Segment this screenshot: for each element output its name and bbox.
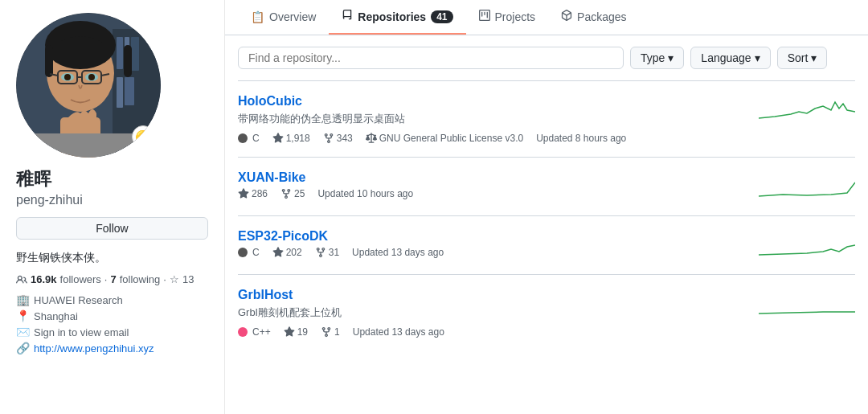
people-icon	[16, 274, 27, 285]
table-row: HoloCubic 带网络功能的伪全息透明显示桌面站 C 1,918	[238, 80, 855, 157]
fork-icon	[315, 247, 326, 258]
repo-meta: C 1,918 343 GNU General Public Lice	[238, 133, 749, 144]
sparkline-chart	[759, 170, 855, 203]
package-icon	[561, 10, 572, 23]
main-content: 📋 Overview Repositories 41 Projects	[225, 0, 868, 414]
star-icon	[284, 326, 295, 338]
updated-stat: Updated 8 hours ago	[536, 133, 626, 144]
repo-description: 带网络功能的伪全息透明显示桌面站	[238, 112, 749, 126]
fork-icon	[323, 133, 334, 144]
location-icon: 📍	[16, 309, 29, 322]
repo-info: HoloCubic 带网络功能的伪全息透明显示桌面站 C 1,918	[238, 94, 749, 144]
repo-name-link[interactable]: GrblHost	[238, 288, 293, 302]
stars-stat: 19	[284, 326, 308, 338]
org-item: 🏢 HUAWEI Research	[16, 293, 208, 306]
sparkline-chart	[759, 94, 855, 126]
stars-stat: 1,918	[272, 133, 310, 144]
star-icon	[238, 188, 249, 199]
website-link[interactable]: http://www.pengzhihui.xyz	[34, 342, 154, 355]
svg-rect-4	[131, 37, 139, 71]
star-icon	[272, 247, 284, 258]
project-icon	[479, 10, 490, 23]
forks-stat: 25	[280, 188, 305, 199]
language-filter-button[interactable]: Language ▾	[690, 47, 770, 69]
svg-rect-9	[45, 45, 53, 77]
repo-meta: 286 25 Updated 10 hours ago	[238, 188, 749, 199]
repo-description: Grbl雕刻机配套上位机	[238, 305, 749, 320]
email-icon: ✉️	[16, 326, 29, 338]
svg-point-18	[64, 74, 71, 80]
svg-rect-6	[125, 77, 134, 105]
language-dot	[238, 133, 248, 143]
updated-stat: Updated 10 hours ago	[317, 188, 413, 199]
tab-bar: 📋 Overview Repositories 41 Projects	[225, 0, 868, 35]
stars-stat: 202	[272, 247, 302, 258]
follow-button[interactable]: Follow	[16, 217, 208, 240]
svg-rect-21	[32, 133, 145, 158]
forks-stat: 1	[321, 326, 340, 338]
fork-icon	[280, 188, 292, 199]
svg-rect-5	[117, 77, 123, 108]
license-stat: GNU General Public License v3.0	[366, 133, 523, 144]
book-icon: 📋	[251, 10, 264, 23]
repo-info: GrblHost Grbl雕刻机配套上位机 C++ 19	[238, 288, 749, 338]
svg-rect-2	[117, 37, 123, 69]
language-dot	[238, 248, 248, 257]
forks-stat: 343	[323, 133, 353, 144]
chevron-down-icon: ▾	[755, 51, 760, 64]
svg-rect-10	[124, 45, 132, 77]
updated-stat: Updated 13 days ago	[353, 326, 444, 338]
repo-meta: C 202 31 Updated 13 days ago	[238, 247, 749, 258]
tab-repositories[interactable]: Repositories 41	[329, 0, 465, 35]
sparkline-chart	[759, 229, 855, 261]
avatar: 🟡	[16, 13, 161, 158]
language-stat: C++	[238, 326, 271, 338]
username: peng-zhihui	[16, 193, 208, 207]
law-icon	[366, 133, 377, 144]
tab-overview[interactable]: 📋 Overview	[238, 0, 329, 35]
follower-stats: 16.9k followers · 7 following · ☆ 13	[16, 273, 208, 285]
svg-point-19	[88, 74, 95, 80]
tab-projects[interactable]: Projects	[466, 0, 549, 35]
language-dot	[238, 327, 248, 337]
repo-name-link[interactable]: HoloCubic	[238, 94, 302, 109]
table-row: GrblHost Grbl雕刻机配套上位机 C++ 19	[238, 274, 855, 350]
location-item: 📍 Shanghai	[16, 309, 208, 322]
sidebar: 🟡 稚晖 peng-zhihui Follow 野生钢铁侠本侠。 16.9k f…	[0, 0, 225, 414]
following-link[interactable]: 7	[110, 273, 116, 285]
email-item: ✉️ Sign in to view email	[16, 326, 208, 338]
chevron-down-icon: ▾	[811, 51, 817, 64]
building-icon: 🏢	[16, 293, 29, 306]
updated-stat: Updated 13 days ago	[352, 247, 444, 258]
repo-list: HoloCubic 带网络功能的伪全息透明显示桌面站 C 1,918	[225, 80, 868, 350]
website-item[interactable]: 🔗 http://www.pengzhihui.xyz	[16, 342, 208, 355]
display-name: 稚晖	[16, 167, 208, 191]
repo-controls: Type ▾ Language ▾ Sort ▾	[225, 35, 868, 80]
type-filter-button[interactable]: Type ▾	[630, 47, 684, 69]
sort-button[interactable]: Sort ▾	[777, 47, 828, 69]
language-stat: C	[238, 247, 260, 258]
fork-icon	[321, 326, 332, 338]
repo-icon	[342, 10, 353, 23]
followers-link[interactable]: 16.9k	[31, 273, 57, 285]
repo-count-badge: 41	[431, 10, 452, 23]
repo-info: XUAN-Bike 286 25 Updated 10 hours ago	[238, 170, 749, 199]
tab-packages[interactable]: Packages	[548, 0, 639, 35]
forks-stat: 31	[315, 247, 339, 258]
avatar-badge: 🟡	[132, 125, 154, 148]
chevron-down-icon: ▾	[668, 51, 674, 64]
table-row: ESP32-PicoDK C 202 31	[238, 215, 855, 274]
sparkline-chart	[759, 288, 855, 320]
link-icon: 🔗	[16, 342, 29, 355]
language-stat: C	[238, 133, 260, 144]
repo-info: ESP32-PicoDK C 202 31	[238, 229, 749, 258]
bio: 野生钢铁侠本侠。	[16, 251, 208, 265]
stars-stat: 286	[238, 188, 268, 199]
star-icon	[272, 133, 284, 144]
repo-meta: C++ 19 1 Updated 13 days ago	[238, 326, 749, 338]
repo-name-link[interactable]: XUAN-Bike	[238, 170, 305, 185]
search-input[interactable]	[238, 47, 624, 69]
repo-name-link[interactable]: ESP32-PicoDK	[238, 229, 328, 244]
table-row: XUAN-Bike 286 25 Updated 10 hours ago	[238, 157, 855, 215]
svg-point-8	[45, 21, 116, 69]
